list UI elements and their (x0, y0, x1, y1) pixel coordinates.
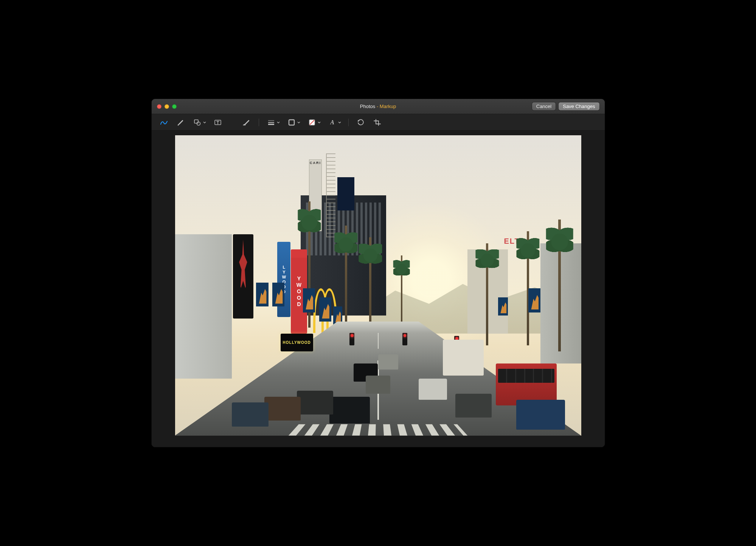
chevron-down-icon (318, 121, 321, 124)
text-tool[interactable] (212, 118, 224, 127)
text-box-icon (214, 119, 222, 126)
markup-toolbar: A (152, 114, 605, 131)
zoom-window-button[interactable] (172, 104, 177, 109)
border-color-tool[interactable] (286, 118, 301, 127)
toolbar-separator (259, 119, 259, 126)
sketch-tool[interactable] (158, 118, 170, 127)
shapes-icon (193, 119, 202, 126)
toolbar-separator (348, 119, 349, 126)
close-window-button[interactable] (157, 104, 161, 109)
crop-icon (374, 119, 381, 126)
chevron-down-icon (297, 121, 300, 124)
rotate-left-icon (357, 119, 365, 126)
brush-icon (177, 119, 185, 126)
titlebar: Photos - Markup Cancel Save Changes (152, 99, 605, 114)
title-app: Photos (360, 104, 375, 109)
border-color-icon (288, 119, 295, 126)
window-controls (157, 104, 177, 109)
title-separator: - (375, 104, 380, 109)
svg-rect-3 (289, 120, 294, 125)
line-weight-icon (267, 119, 275, 125)
crop-tool[interactable] (372, 118, 383, 127)
canvas-area: CARI ELT YWOOD LYWOOD (152, 131, 605, 447)
highlighter-icon (242, 119, 251, 126)
font-style-icon: A (330, 119, 334, 126)
window-title: Photos - Markup (360, 104, 396, 109)
sign-hollywood-neon: HOLLYWOOD (281, 334, 313, 352)
rotate-tool[interactable] (355, 118, 366, 127)
chevron-down-icon (203, 121, 206, 124)
cancel-button[interactable]: Cancel (532, 102, 556, 110)
chevron-down-icon (277, 121, 280, 124)
photo-canvas[interactable]: CARI ELT YWOOD LYWOOD (175, 135, 581, 436)
save-changes-button[interactable]: Save Changes (559, 102, 599, 110)
title-mode: Markup (380, 104, 396, 109)
sketch-icon (160, 119, 168, 126)
svg-point-1 (197, 122, 200, 125)
markup-window: Photos - Markup Cancel Save Changes (151, 99, 605, 447)
draw-tool[interactable] (175, 118, 186, 127)
chevron-down-icon (338, 121, 341, 124)
fill-color-icon (309, 119, 315, 126)
text-style-tool[interactable]: A (327, 118, 342, 127)
fill-color-tool[interactable] (306, 118, 321, 127)
svg-rect-0 (194, 120, 198, 123)
shape-style-tool[interactable] (265, 118, 281, 127)
minimize-window-button[interactable] (165, 104, 169, 109)
sign-tool[interactable] (241, 118, 252, 127)
titlebar-actions: Cancel Save Changes (532, 102, 599, 110)
shapes-tool[interactable] (192, 118, 207, 127)
